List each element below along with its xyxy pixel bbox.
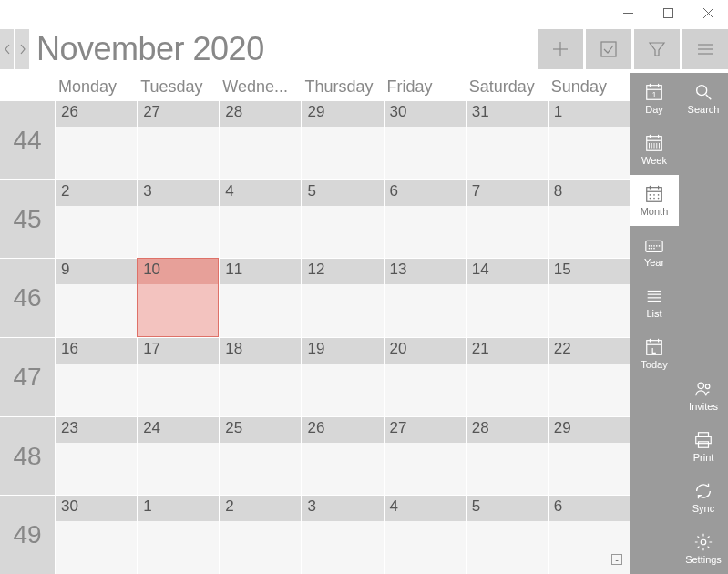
day-cell[interactable]: 6: [384, 179, 466, 259]
week-number: 45: [0, 179, 55, 259]
day-cell[interactable]: 16: [55, 337, 137, 416]
print-button[interactable]: Print: [679, 421, 728, 472]
day-number: 16: [56, 338, 137, 364]
day-cell[interactable]: 20: [384, 337, 466, 416]
svg-point-31: [658, 194, 660, 196]
sidebar-label: List: [646, 308, 661, 319]
day-cell[interactable]: 29: [301, 100, 383, 179]
day-cell[interactable]: 27: [137, 100, 219, 179]
day-cell[interactable]: 27: [384, 416, 466, 496]
day-cell[interactable]: 31: [466, 100, 548, 179]
day-number: 13: [385, 259, 466, 284]
day-cell[interactable]: 30: [55, 495, 137, 574]
day-cell[interactable]: 18: [219, 337, 301, 416]
day-body: [549, 206, 630, 259]
view-year-button[interactable]: Year: [630, 226, 679, 277]
svg-point-41: [649, 248, 651, 250]
day-number: 30: [56, 496, 137, 521]
day-cell[interactable]: 4: [219, 179, 301, 259]
day-cell[interactable]: 26: [55, 100, 137, 179]
day-cell[interactable]: 22: [548, 337, 630, 416]
day-number: 29: [549, 417, 630, 443]
sidebar-label: Sync: [692, 503, 714, 514]
day-cell[interactable]: 13: [384, 258, 466, 337]
calendar: MondayTuesdayWedne...ThursdayFridaySatur…: [0, 73, 630, 574]
view-day-button[interactable]: 1Day: [630, 73, 679, 124]
day-cell[interactable]: 24: [137, 416, 219, 496]
day-cell[interactable]: 30: [384, 100, 466, 179]
day-cell[interactable]: 7: [466, 179, 548, 259]
day-cell[interactable]: 1: [137, 495, 219, 574]
day-cell[interactable]: 8: [548, 179, 630, 259]
day-number: 30: [385, 101, 466, 127]
day-cell[interactable]: 3: [137, 179, 219, 259]
day-cell[interactable]: 9: [55, 258, 137, 337]
day-cell[interactable]: 21: [466, 337, 548, 416]
day-cell[interactable]: 3: [301, 495, 383, 574]
sync-button[interactable]: Sync: [679, 472, 728, 523]
search-icon: [693, 82, 713, 104]
goto-today-button[interactable]: Today: [630, 328, 679, 379]
menu-button[interactable]: [682, 29, 728, 69]
day-cell[interactable]: 5: [466, 495, 548, 574]
day-cell[interactable]: 26: [301, 416, 383, 496]
settings-button[interactable]: Settings: [679, 523, 728, 574]
sidebar-label: Week: [641, 155, 667, 166]
filter-button[interactable]: [634, 29, 680, 69]
day-header: Friday: [384, 73, 466, 100]
day-number: 2: [56, 180, 137, 206]
add-event-button[interactable]: [538, 29, 583, 69]
calendar-grid: 4426272829303114523456784691011121314154…: [0, 100, 630, 574]
day-cell[interactable]: 12: [301, 258, 383, 337]
day-number: 6: [549, 496, 630, 521]
day-cell[interactable]: 5: [301, 179, 383, 259]
day-number: 10: [138, 259, 219, 284]
close-button[interactable]: [688, 0, 728, 26]
day-body: [302, 206, 383, 259]
day-number: 15: [549, 259, 630, 284]
day-cell[interactable]: 2: [219, 495, 301, 574]
svg-marker-7: [650, 43, 664, 56]
day-header: Saturday: [466, 73, 548, 100]
week-number: 49: [0, 495, 55, 574]
day-cell[interactable]: 2: [55, 179, 137, 259]
checkmark-button[interactable]: [586, 29, 631, 69]
day-cell[interactable]: 15: [548, 258, 630, 337]
day-number: 11: [220, 259, 301, 284]
svg-point-37: [651, 245, 652, 247]
day-cell[interactable]: 28: [219, 100, 301, 179]
day-cell[interactable]: 17: [137, 337, 219, 416]
search-button[interactable]: Search: [679, 73, 728, 124]
list-icon: [644, 286, 664, 308]
day-header: Sunday: [548, 73, 630, 100]
year-icon: [644, 235, 664, 257]
collapse-icon[interactable]: -: [611, 554, 622, 565]
view-list-button[interactable]: List: [630, 277, 679, 328]
day-cell[interactable]: 23: [55, 416, 137, 496]
day-cell[interactable]: 29: [548, 416, 630, 496]
day-cell[interactable]: 28: [466, 416, 548, 496]
day-cell[interactable]: 14: [466, 258, 548, 337]
prev-month-button[interactable]: [0, 29, 14, 69]
day-cell[interactable]: 19: [301, 337, 383, 416]
calendar-row: 452345678: [0, 179, 630, 259]
day-cell[interactable]: 11: [219, 258, 301, 337]
next-month-button[interactable]: [15, 29, 29, 69]
view-month-button[interactable]: Month: [630, 175, 679, 226]
maximize-button[interactable]: [648, 0, 688, 26]
day-number: 28: [220, 101, 301, 127]
day-body: [220, 364, 301, 416]
view-week-button[interactable]: Week: [630, 124, 679, 175]
day-cell[interactable]: 10: [137, 258, 219, 337]
month-icon: [644, 184, 664, 206]
invites-button[interactable]: Invites: [679, 370, 728, 421]
minimize-button[interactable]: [608, 0, 648, 26]
svg-point-54: [698, 383, 703, 388]
day-body: [385, 521, 466, 574]
day-cell[interactable]: 4: [384, 495, 466, 574]
day-icon: 1: [644, 82, 664, 104]
day-cell[interactable]: 25: [219, 416, 301, 496]
day-cell[interactable]: 1: [548, 100, 630, 179]
svg-point-34: [658, 198, 660, 200]
sidebar-label: Today: [641, 359, 667, 370]
